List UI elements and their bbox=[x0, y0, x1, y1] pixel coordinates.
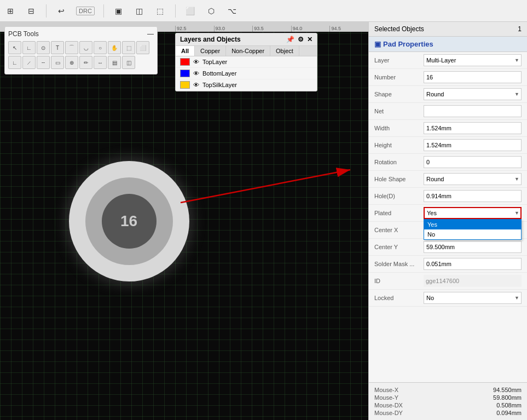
tool-measure[interactable]: ↔ bbox=[94, 56, 107, 69]
eye-icon-silk[interactable]: 👁 bbox=[193, 82, 199, 88]
layers-pin-icon[interactable]: 📌 bbox=[286, 36, 294, 43]
tool-select2[interactable]: ⬚ bbox=[122, 41, 135, 54]
tool-dash[interactable]: ╌ bbox=[37, 56, 50, 69]
mouse-dx-row: Mouse-DX 0.508mm bbox=[374, 401, 522, 409]
stack-icon[interactable]: ⬡ bbox=[205, 5, 217, 17]
plated-label: Plated bbox=[374, 210, 424, 216]
center-x-label: Center X bbox=[374, 227, 424, 233]
eye-icon-top[interactable]: 👁 bbox=[193, 59, 199, 65]
tool-copper[interactable]: ◫ bbox=[122, 56, 135, 69]
tab-non-copper[interactable]: Non-Copper bbox=[226, 46, 270, 56]
layers-panel: Layers and Objects 📌 ⚙ ✕ All Copper Non-… bbox=[175, 33, 317, 91]
ruler-mark: 93.0 bbox=[214, 26, 253, 32]
mouse-y-value: 59.800mm bbox=[493, 394, 522, 401]
center-y-input[interactable] bbox=[424, 241, 522, 253]
prop-hole-shape: Hole Shape Round ▼ bbox=[369, 171, 527, 188]
pad-inner: 16 bbox=[102, 194, 157, 249]
tool-edit[interactable]: ✏ bbox=[79, 56, 92, 69]
id-label: ID bbox=[374, 278, 424, 284]
rotation-input[interactable] bbox=[424, 156, 522, 168]
prop-rotation: Rotation bbox=[369, 154, 527, 171]
view-icon[interactable]: ⬜ bbox=[184, 5, 196, 17]
layer-name-top: TopLayer bbox=[202, 59, 227, 65]
tab-copper[interactable]: Copper bbox=[195, 46, 226, 56]
locked-select-wrapper: No Yes ▼ bbox=[424, 292, 522, 304]
hole-d-input[interactable] bbox=[424, 190, 522, 202]
tool-line[interactable]: ∟ bbox=[22, 41, 36, 54]
divider2 bbox=[103, 4, 104, 18]
mouse-dy-value: 0.094mm bbox=[496, 410, 522, 416]
tool-text[interactable]: T bbox=[51, 41, 64, 54]
mouse-dx-label: Mouse-DX bbox=[374, 402, 403, 409]
tool-arc2[interactable]: ◡ bbox=[79, 41, 92, 54]
eye-icon-bottom[interactable]: 👁 bbox=[193, 70, 199, 77]
hole-shape-select[interactable]: Round bbox=[424, 173, 522, 185]
layer-color-silk bbox=[180, 81, 190, 89]
prop-width: Width bbox=[369, 120, 527, 137]
prop-id: ID gge1147600 bbox=[369, 273, 527, 290]
grid-icon[interactable]: ⊞ bbox=[4, 5, 16, 17]
layers-gear-icon[interactable]: ⚙ bbox=[298, 36, 304, 43]
center-y-label: Center Y bbox=[374, 244, 424, 250]
shape-select[interactable]: Round bbox=[424, 88, 522, 100]
prop-height: Height bbox=[369, 137, 527, 154]
pad-number: 16 bbox=[120, 212, 137, 230]
pad-middle-ring: 16 bbox=[85, 177, 173, 265]
tool-hand[interactable]: ✋ bbox=[108, 41, 121, 54]
plated-option-yes[interactable]: Yes bbox=[424, 220, 521, 229]
pcb-tools-minimize[interactable]: — bbox=[147, 30, 154, 38]
drc-label[interactable]: DRC bbox=[76, 7, 95, 15]
tab-object[interactable]: Object bbox=[270, 46, 299, 56]
tools-row-1: ↖ ∟ ⊙ T ⌒ ◡ ○ ✋ ⬚ ⬜ bbox=[8, 41, 154, 54]
layers-close-icon[interactable]: ✕ bbox=[307, 36, 312, 43]
solder-mask-label: Solder Mask ... bbox=[374, 261, 424, 267]
layer3-icon[interactable]: ⬚ bbox=[154, 5, 166, 17]
layer2-icon[interactable]: ◫ bbox=[134, 5, 146, 17]
tool-arc1[interactable]: ⌒ bbox=[65, 41, 78, 54]
layer-select[interactable]: Multi-Layer bbox=[424, 54, 522, 66]
pad-outer-ring: 16 bbox=[69, 161, 189, 281]
number-input[interactable] bbox=[424, 71, 522, 83]
layer-row-silk: 👁 TopSilkLayer bbox=[176, 79, 317, 91]
locked-select[interactable]: No Yes bbox=[424, 292, 522, 304]
top-toolbar: ⊞ ⊟ ↩ DRC ▣ ◫ ⬚ ⬜ ⬡ ⌥ bbox=[0, 0, 527, 22]
tool-image[interactable]: ⬜ bbox=[136, 41, 149, 54]
mouse-x-label: Mouse-X bbox=[374, 387, 398, 393]
pcb-tools-panel: PCB Tools — ↖ ∟ ⊙ T ⌒ ◡ ○ ✋ ⬚ ⬜ ∟ ⟋ ╌ ▭ … bbox=[4, 26, 158, 74]
width-label: Width bbox=[374, 125, 424, 131]
divider1 bbox=[46, 4, 47, 18]
tool-via[interactable]: ⊙ bbox=[37, 41, 50, 54]
tab-all[interactable]: All bbox=[176, 46, 195, 56]
width-input[interactable] bbox=[424, 122, 522, 134]
height-input[interactable] bbox=[424, 139, 522, 151]
share-icon[interactable]: ⌥ bbox=[226, 5, 238, 17]
tool-angle[interactable]: ∟ bbox=[8, 56, 21, 69]
main-area: 92.5 93.0 93.5 94.0 94.5 PCB Tools — ↖ ∟… bbox=[0, 22, 527, 420]
prop-hole-d: Hole(D) bbox=[369, 188, 527, 205]
tool-rect[interactable]: ▭ bbox=[51, 56, 64, 69]
selected-objects-bar: Selected Objects 1 bbox=[369, 22, 527, 37]
mouse-x-row: Mouse-X 94.550mm bbox=[374, 386, 522, 394]
prop-number: Number bbox=[369, 69, 527, 86]
plated-option-no[interactable]: No bbox=[424, 229, 521, 239]
rotation-label: Rotation bbox=[374, 159, 424, 165]
layer-row-top: 👁 TopLayer bbox=[176, 56, 317, 68]
shape-label: Shape bbox=[374, 91, 424, 97]
tool-circle[interactable]: ○ bbox=[94, 41, 107, 54]
mouse-coords: Mouse-X 94.550mm Mouse-Y 59.800mm Mouse-… bbox=[369, 382, 527, 420]
canvas-area[interactable]: 92.5 93.0 93.5 94.0 94.5 PCB Tools — ↖ ∟… bbox=[0, 22, 368, 420]
layout-icon[interactable]: ⊟ bbox=[25, 5, 37, 17]
shape-select-wrapper: Round ▼ bbox=[424, 88, 522, 100]
layers-header: Layers and Objects 📌 ⚙ ✕ bbox=[176, 33, 317, 46]
plated-select-wrapper: Yes No ▼ Yes No bbox=[424, 207, 522, 219]
tool-pad[interactable]: ⊕ bbox=[65, 56, 78, 69]
tool-diagonal[interactable]: ⟋ bbox=[22, 56, 36, 69]
solder-mask-input[interactable] bbox=[424, 258, 522, 270]
net-input[interactable] bbox=[424, 105, 522, 117]
layer1-icon[interactable]: ▣ bbox=[113, 5, 125, 17]
plated-select[interactable]: Yes No bbox=[424, 207, 522, 219]
undo-icon[interactable]: ↩ bbox=[55, 5, 67, 17]
mouse-y-row: Mouse-Y 59.800mm bbox=[374, 394, 522, 401]
tool-region[interactable]: ▤ bbox=[108, 56, 121, 69]
tool-select[interactable]: ↖ bbox=[8, 41, 21, 54]
